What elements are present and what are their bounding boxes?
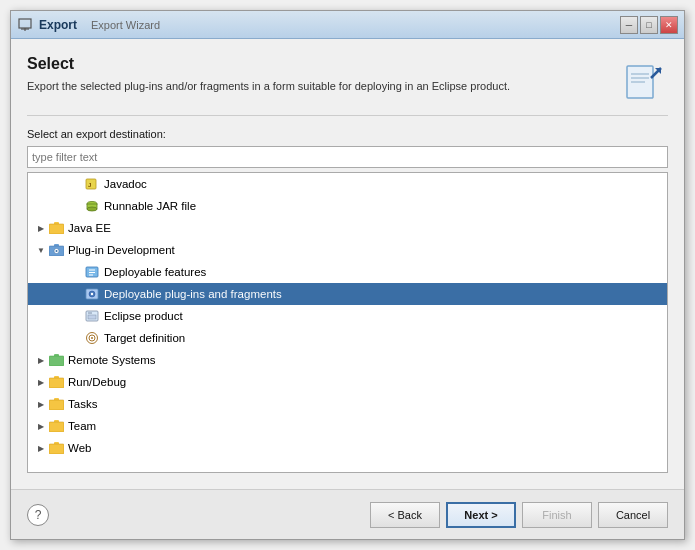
next-button[interactable]: Next >	[446, 502, 516, 528]
svg-point-32	[91, 337, 93, 339]
tree-item-remote-systems[interactable]: ▶ Remote Systems	[28, 349, 667, 371]
tree-item-eclipse-product[interactable]: Eclipse product	[28, 305, 667, 327]
tree-item-web[interactable]: ▶ Web	[28, 437, 667, 459]
remote-systems-folder-icon	[48, 352, 64, 368]
title-bar: Export Export Wizard ─ □ ✕	[11, 11, 684, 39]
svg-rect-15	[49, 224, 64, 234]
svg-text:J: J	[88, 182, 91, 188]
target-definition-icon	[84, 330, 100, 346]
eclipse-product-icon	[84, 308, 100, 324]
svg-rect-42	[49, 444, 64, 454]
export-dialog: Export Export Wizard ─ □ ✕ Select Export…	[10, 10, 685, 540]
section-label: Select an export destination:	[27, 128, 668, 140]
help-icon-label: ?	[35, 508, 42, 522]
window-title: Export	[39, 18, 77, 32]
javadoc-label: Javadoc	[104, 178, 147, 190]
dialog-content: Select Export the selected plug-ins and/…	[11, 39, 684, 489]
remote-systems-label: Remote Systems	[68, 354, 156, 366]
back-button[interactable]: < Back	[370, 502, 440, 528]
svg-point-26	[91, 293, 93, 295]
tree-item-java-ee[interactable]: ▶ Java EE	[28, 217, 667, 239]
close-button[interactable]: ✕	[660, 16, 678, 34]
team-folder-icon	[48, 418, 64, 434]
svg-rect-0	[19, 19, 31, 28]
jar-icon	[84, 198, 100, 214]
svg-rect-38	[49, 400, 64, 410]
expand-arrow: ▶	[34, 419, 48, 433]
header-icon	[620, 55, 668, 103]
bottom-bar: ? < Back Next > Finish Cancel	[11, 489, 684, 539]
tree-item-team[interactable]: ▶ Team	[28, 415, 667, 437]
tree-item-tasks[interactable]: ▶ Tasks	[28, 393, 667, 415]
run-debug-label: Run/Debug	[68, 376, 126, 388]
expand-arrow: ▶	[34, 397, 48, 411]
expand-arrow	[70, 331, 84, 345]
deployable-plugins-icon	[84, 286, 100, 302]
tasks-label: Tasks	[68, 398, 97, 410]
runnable-jar-label: Runnable JAR file	[104, 200, 196, 212]
expand-arrow: ▶	[34, 375, 48, 389]
expand-arrow	[70, 265, 84, 279]
tasks-folder-icon	[48, 396, 64, 412]
expand-arrow	[70, 177, 84, 191]
svg-rect-29	[88, 315, 96, 319]
java-ee-label: Java EE	[68, 222, 111, 234]
svg-rect-36	[49, 378, 64, 388]
expand-arrow	[70, 309, 84, 323]
expand-arrow: ▶	[34, 221, 48, 235]
team-label: Team	[68, 420, 96, 432]
run-debug-folder-icon	[48, 374, 64, 390]
expand-arrow	[70, 287, 84, 301]
java-ee-folder-icon	[48, 220, 64, 236]
header-text: Select Export the selected plug-ins and/…	[27, 55, 608, 94]
tree-item-deployable-plugins[interactable]: Deployable plug-ins and fragments	[28, 283, 667, 305]
deployable-plugins-label: Deployable plug-ins and fragments	[104, 288, 282, 300]
svg-point-13	[87, 207, 97, 211]
expand-arrow: ▶	[34, 441, 48, 455]
window-icon	[17, 17, 33, 33]
tree-item-runnable-jar[interactable]: Runnable JAR file	[28, 195, 667, 217]
deployable-features-icon	[84, 264, 100, 280]
finish-button[interactable]: Finish	[522, 502, 592, 528]
target-definition-label: Target definition	[104, 332, 185, 344]
help-button[interactable]: ?	[27, 504, 49, 526]
cancel-button[interactable]: Cancel	[598, 502, 668, 528]
header-section: Select Export the selected plug-ins and/…	[27, 55, 668, 103]
title-bar-left: Export Export Wizard	[17, 17, 160, 33]
svg-rect-34	[49, 356, 64, 366]
tree-item-javadoc[interactable]: J Javadoc	[28, 173, 667, 195]
plugin-dev-label: Plug-in Development	[68, 244, 175, 256]
web-label: Web	[68, 442, 91, 454]
svg-rect-40	[49, 422, 64, 432]
page-title: Select	[27, 55, 608, 73]
page-description: Export the selected plug-ins and/or frag…	[27, 79, 608, 94]
tree-item-plugin-dev[interactable]: ▼ Plug-in Development	[28, 239, 667, 261]
expand-arrow: ▼	[34, 243, 48, 257]
expand-arrow	[70, 199, 84, 213]
maximize-button[interactable]: □	[640, 16, 658, 34]
title-controls: ─ □ ✕	[620, 16, 678, 34]
filter-input[interactable]	[27, 146, 668, 168]
window-subtitle: Export Wizard	[91, 19, 160, 31]
button-group: < Back Next > Finish Cancel	[370, 502, 668, 528]
minimize-button[interactable]: ─	[620, 16, 638, 34]
eclipse-product-label: Eclipse product	[104, 310, 183, 322]
header-divider	[27, 115, 668, 116]
javadoc-icon: J	[84, 176, 100, 192]
tree-item-run-debug[interactable]: ▶ Run/Debug	[28, 371, 667, 393]
deployable-features-label: Deployable features	[104, 266, 206, 278]
tree-item-target-definition[interactable]: Target definition	[28, 327, 667, 349]
web-folder-icon	[48, 440, 64, 456]
expand-arrow: ▶	[34, 353, 48, 367]
tree-container[interactable]: J Javadoc Runnable JAR file	[27, 172, 668, 473]
tree-item-deployable-features[interactable]: Deployable features	[28, 261, 667, 283]
plugin-dev-folder-icon	[48, 242, 64, 258]
svg-point-19	[55, 250, 57, 252]
